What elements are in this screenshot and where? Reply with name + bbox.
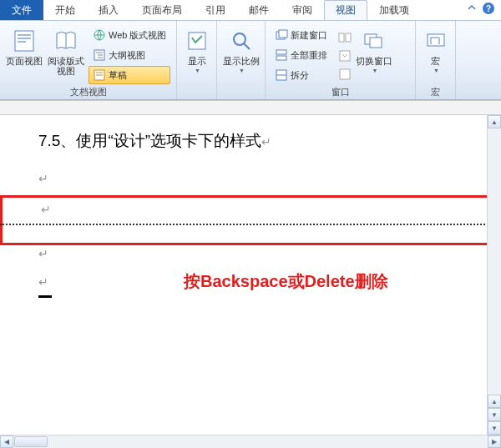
draft-view-button[interactable]: 草稿 <box>89 66 170 84</box>
document-area[interactable]: 7.5、使用“设计”选项卡下的样式↵ ↵ ↵ ↵ 按Backspace或Dele… <box>0 115 501 435</box>
macro-icon <box>423 28 449 54</box>
svg-line-15 <box>244 43 250 49</box>
svg-rect-25 <box>340 69 350 79</box>
svg-rect-19 <box>276 56 286 60</box>
web-view-button[interactable]: Web 版式视图 <box>89 26 170 44</box>
web-view-icon <box>93 28 106 42</box>
ribbon: 页面视图 阅读版式视图 Web 版式视图 大纲视图 草 <box>0 21 501 100</box>
vertical-scrollbar[interactable]: ▲ ▲ ▼ ▼ <box>487 115 501 435</box>
annotation-highlight-box: ↵ <box>0 195 501 245</box>
tab-file[interactable]: 文件 <box>0 0 43 20</box>
switch-window-button[interactable]: 切换窗口▼ <box>355 23 393 86</box>
tab-insert[interactable]: 插入 <box>87 0 130 20</box>
group-label-views: 文档视图 <box>5 86 171 99</box>
hscroll-thumb[interactable] <box>14 436 48 447</box>
arrange-all-button[interactable]: 全部重排 <box>271 46 331 64</box>
tab-page-layout[interactable]: 页面布局 <box>130 0 194 20</box>
arrange-all-icon <box>275 48 288 62</box>
paragraph-mark: ↵ <box>38 247 48 260</box>
sync-scroll-icon[interactable] <box>338 49 352 63</box>
ribbon-tabstrip: 文件 开始 插入 页面布局 引用 邮件 审阅 视图 加载项 ? <box>0 0 501 21</box>
group-label-zoom <box>222 86 260 99</box>
reset-window-icon[interactable] <box>338 68 352 81</box>
tab-mail[interactable]: 邮件 <box>237 0 281 20</box>
reading-view-button[interactable]: 阅读版式视图 <box>47 23 85 86</box>
text-cursor <box>38 295 52 298</box>
svg-rect-23 <box>346 33 351 42</box>
scroll-down-button[interactable]: ▼ <box>488 421 501 435</box>
zoom-icon <box>228 28 255 54</box>
page-view-button[interactable]: 页面视图 <box>5 23 43 86</box>
tab-addins[interactable]: 加载项 <box>367 0 421 20</box>
reading-view-icon <box>53 28 79 54</box>
tab-references[interactable]: 引用 <box>194 0 237 20</box>
svg-rect-24 <box>340 51 350 61</box>
svg-rect-27 <box>370 38 382 48</box>
tab-home[interactable]: 开始 <box>43 0 87 20</box>
page-view-icon <box>11 28 38 54</box>
svg-rect-28 <box>428 34 444 46</box>
next-page-button[interactable]: ▼ <box>488 408 501 421</box>
show-button[interactable]: 显示▼ <box>182 23 211 86</box>
tab-review[interactable]: 审阅 <box>281 0 324 20</box>
outline-view-button[interactable]: 大纲视图 <box>89 46 170 64</box>
minimize-ribbon-icon[interactable] <box>466 3 478 14</box>
group-label-macro: 宏 <box>421 86 450 99</box>
paragraph-mark: ↵ <box>38 167 476 190</box>
section-break-line <box>0 224 501 225</box>
outline-view-icon <box>93 48 106 62</box>
show-icon <box>184 28 210 54</box>
svg-rect-17 <box>279 30 287 38</box>
svg-rect-3 <box>18 41 26 43</box>
svg-rect-18 <box>276 50 286 54</box>
svg-point-14 <box>234 33 245 45</box>
side-by-side-icon[interactable] <box>338 31 352 44</box>
svg-rect-1 <box>18 34 31 36</box>
prev-page-button[interactable]: ▲ <box>488 395 501 408</box>
horizontal-scrollbar[interactable]: ◀ ▶ <box>0 435 501 448</box>
annotation-text: 按Backspace或Delete删除 <box>184 270 388 293</box>
document-heading: 7.5、使用“设计”选项卡下的样式↵ <box>38 130 476 152</box>
group-label-window: 窗口 <box>271 86 410 99</box>
scroll-up-button[interactable]: ▲ <box>488 115 501 128</box>
new-window-icon <box>275 28 288 42</box>
ruler[interactable] <box>0 100 501 115</box>
paragraph-mark: ↵ <box>41 203 51 216</box>
new-window-button[interactable]: 新建窗口 <box>271 26 331 44</box>
tab-view[interactable]: 视图 <box>324 0 367 20</box>
macro-button[interactable]: 宏▼ <box>421 23 450 86</box>
zoom-button[interactable]: 显示比例▼ <box>222 23 260 86</box>
paragraph-mark: ↵ <box>38 275 48 289</box>
scroll-left-button[interactable]: ◀ <box>0 435 13 448</box>
switch-window-icon <box>361 28 387 54</box>
split-button[interactable]: 拆分 <box>271 66 331 84</box>
help-icon[interactable]: ? <box>483 3 494 14</box>
svg-rect-22 <box>339 33 344 42</box>
scroll-right-button[interactable]: ▶ <box>488 435 501 448</box>
draft-view-icon <box>93 68 106 82</box>
svg-rect-2 <box>18 38 31 39</box>
split-icon <box>275 68 288 82</box>
